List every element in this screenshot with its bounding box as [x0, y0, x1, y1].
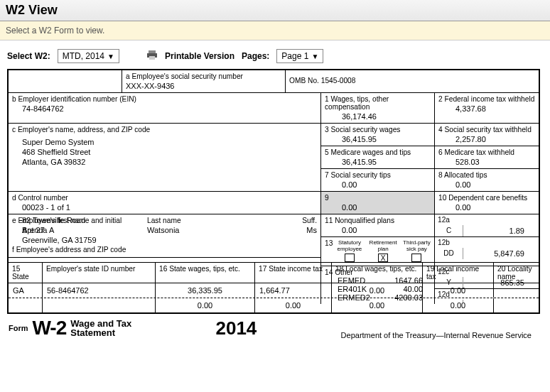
box-18-value2: 0.00	[332, 298, 423, 312]
box-15-state-label: 15 State	[12, 265, 29, 281]
box-b-value: 74-8464762	[12, 103, 317, 113]
svg-rect-2	[149, 56, 155, 60]
box-9-value: 0.00	[325, 202, 431, 212]
footer-form: Form	[9, 324, 28, 332]
select-w2-label: Select W2:	[7, 51, 50, 61]
omb-number: OMB No. 1545-0008	[289, 72, 535, 85]
box-12a-code: C	[435, 225, 463, 236]
box-4-label: 4 Social security tax withheld	[438, 126, 535, 134]
box-16-value2: 0.00	[156, 298, 255, 312]
box-15-id-label: Employer's state ID number	[46, 265, 135, 273]
printer-icon[interactable]	[146, 50, 158, 63]
box-e-addr3: Greenville, GA 31759	[12, 234, 317, 244]
footer-year: 2014	[215, 317, 257, 339]
box-10-label: 10 Dependent care benefits	[438, 194, 535, 202]
box-12b-label: 12b	[435, 237, 539, 248]
box-c-name: Super Demo System	[12, 134, 317, 146]
box-12a-label: 12a	[435, 214, 539, 225]
box-c-addr1: 468 Sheffield Street	[12, 146, 317, 156]
box-19-value2: 0.00	[423, 298, 494, 312]
box-11-value: 0.00	[325, 224, 431, 234]
box-13-stat-check	[345, 254, 355, 262]
box-18-value: 0.00	[332, 283, 423, 298]
box-16-value: 36,335.95	[156, 283, 255, 298]
box-12b-code: DD	[435, 248, 463, 259]
box-12b-value: 5,847.69	[463, 248, 539, 259]
svg-rect-0	[149, 50, 156, 53]
box-13-sick-check	[411, 254, 421, 262]
box-1-value: 36,174.46	[325, 111, 431, 121]
printable-version-link[interactable]: Printable Version	[165, 51, 234, 61]
box-4-value: 2,257.80	[438, 134, 535, 143]
box-2-value: 4,337.68	[438, 103, 535, 113]
box-8-label: 8 Allocated tips	[438, 171, 535, 179]
box-7-value: 0.00	[325, 179, 431, 189]
box-17-label: 17 State income tax	[259, 265, 323, 273]
select-w2-value: MTD, 2014	[63, 51, 104, 61]
box-13-ret-label: Retirement plan	[370, 239, 397, 252]
box-13-stat-label: Statutory employee	[335, 239, 363, 252]
info-message: Select a W2 Form to view.	[0, 21, 550, 40]
w2-form: a Employee's social security number XXX-…	[7, 69, 540, 314]
box-19-label: 19 Local income tax	[426, 265, 479, 281]
box-5-value: 36,415.95	[325, 156, 431, 166]
box-15-id: 56-8464762	[43, 283, 156, 298]
box-d-label: d Control number	[12, 194, 317, 202]
box-f-label: f Employee's address and ZIP code	[12, 244, 317, 254]
box-8-value: 0.00	[438, 179, 535, 189]
pages-value: Page 1	[281, 51, 308, 61]
box-16-label: 16 State wages, tips, etc.	[159, 265, 240, 273]
box-2-label: 2 Federal income tax withheld	[438, 95, 535, 103]
pages-dropdown[interactable]: Page 1 ▼	[276, 49, 323, 63]
box-d-value: 00023 - 1 of 1	[12, 202, 317, 212]
form-footer: Form W-2 Wage and Tax Statement 2014 Dep…	[0, 314, 540, 344]
chevron-down-icon: ▼	[311, 53, 318, 60]
box-7-label: 7 Social security tips	[325, 171, 431, 179]
box-5-label: 5 Medicare wages and tips	[325, 148, 431, 156]
box-3-label: 3 Social security wages	[325, 126, 431, 134]
select-w2-dropdown[interactable]: MTD, 2014 ▼	[58, 49, 119, 63]
box-6-value: 528.03	[438, 156, 535, 166]
box-18-label: 18 Local wages, tips, etc.	[335, 265, 416, 273]
page-title: W2 View	[0, 0, 550, 21]
pages-label: Pages:	[242, 51, 269, 61]
footer-w2: W-2	[33, 317, 67, 339]
toolbar: Select W2: MTD, 2014 ▼ Printable Version…	[0, 40, 550, 69]
box-1-label: 1 Wages, tips, other compensation	[325, 95, 431, 111]
box-13-sick-label: Third-party sick pay	[403, 239, 431, 252]
box-e-addr2: Apt 27	[12, 224, 317, 234]
box-b-label: b Employer identification number (EIN)	[12, 95, 317, 103]
box-20-label: 20 Locality name	[497, 265, 532, 281]
box-c-label: c Employer's name, address, and ZIP code	[12, 126, 317, 134]
box-e-addr1: 82 Townville Road	[12, 214, 317, 224]
box-12a-value: 1.89	[463, 225, 539, 236]
box-c-addr2: Atlanta, GA 39832	[12, 156, 317, 166]
box-17-value: 1,664.77	[255, 283, 332, 298]
box-9-label: 9	[325, 194, 431, 202]
box-a-value: XXX-XX-9436	[126, 80, 281, 90]
box-13-ret-check: X	[378, 254, 388, 262]
box-10-value: 0.00	[438, 202, 535, 212]
box-11-label: 11 Nonqualified plans	[325, 217, 431, 224]
box-17-value2: 0.00	[255, 298, 332, 312]
box-6-label: 6 Medicare tax withheld	[438, 148, 535, 156]
box-19-value: 0.00	[423, 283, 494, 298]
box-15-state: GA	[9, 283, 43, 298]
box-a-label: a Employee's social security number	[126, 72, 281, 80]
footer-sub2: Statement	[70, 328, 131, 337]
box-3-value: 36,415.95	[325, 134, 431, 143]
chevron-down-icon: ▼	[107, 53, 114, 60]
footer-irs: Department of the Treasury—Internal Reve…	[341, 331, 532, 339]
box-13-label: 13	[325, 239, 333, 263]
